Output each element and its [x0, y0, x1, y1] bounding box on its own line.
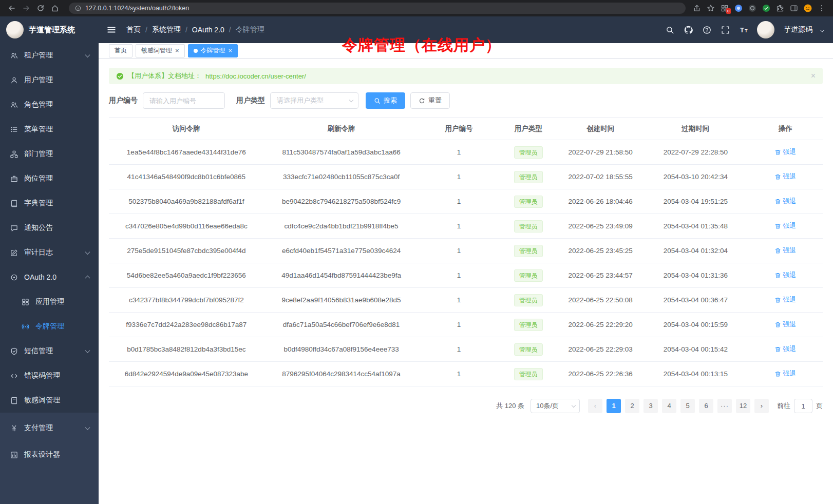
error-code-icon [10, 372, 18, 380]
close-icon[interactable]: × [175, 47, 179, 54]
app-logo[interactable]: 芋道管理系统 [0, 16, 99, 43]
user-type-cell: 管理员 [499, 362, 558, 386]
user-type-cell: 管理员 [499, 165, 558, 189]
created-time-cell: 2022-06-26 18:04:46 [558, 189, 643, 214]
column-header: 创建时间 [558, 118, 643, 140]
pay-icon [10, 424, 18, 432]
user-type-tag: 管理员 [514, 245, 543, 257]
puzzle-icon[interactable] [776, 4, 784, 12]
breadcrumb: 首页/系统管理/OAuth 2.0/令牌管理 [126, 25, 264, 34]
sidebar-item-敏感词管理[interactable]: 敏感词管理 [0, 388, 99, 413]
sidebar-item-错误码管理[interactable]: 错误码管理 [0, 363, 99, 388]
delete-icon [774, 223, 781, 229]
tab-敏感词管理[interactable]: 敏感词管理× [136, 44, 185, 57]
chevron-down-icon[interactable] [820, 28, 824, 32]
next-page-button[interactable]: › [754, 399, 769, 413]
search-icon[interactable] [665, 25, 675, 35]
font-size-icon[interactable]: TT [739, 25, 749, 35]
user-type-tag: 管理员 [514, 294, 543, 306]
tab-首页[interactable]: 首页 [109, 44, 132, 57]
force-logout-button[interactable]: 强退 [774, 147, 796, 157]
back-icon[interactable] [5, 2, 18, 15]
page-button-2[interactable]: 2 [625, 399, 639, 413]
force-logout-button[interactable]: 强退 [774, 369, 796, 378]
sidebar-item-通知公告[interactable]: 通知公告 [0, 216, 99, 240]
prev-page-button[interactable]: ‹ [588, 399, 602, 413]
refresh-token-cell: cdfc4ce9c2da4bb1bdf21b9918ff4be5 [264, 214, 419, 239]
blue-extension-icon[interactable] [734, 4, 743, 12]
profile-avatar[interactable] [804, 4, 812, 12]
sidebar-item-字典管理[interactable]: 字典管理 [0, 191, 99, 216]
fullscreen-icon[interactable] [720, 25, 730, 35]
red-annotation: 令牌管理（在线用户） [342, 35, 501, 56]
user-id-input[interactable] [143, 92, 225, 109]
reset-button[interactable]: 重置 [410, 92, 450, 109]
force-logout-button[interactable]: 强退 [774, 270, 796, 280]
reload-icon[interactable] [34, 2, 47, 15]
sidebar-item-令牌管理[interactable]: 令牌管理 [0, 314, 99, 339]
hamburger-icon[interactable] [107, 25, 116, 34]
force-logout-button[interactable]: 强退 [774, 172, 796, 181]
sidebar-item-审计日志[interactable]: 审计日志 [0, 240, 99, 265]
chevron-down-icon [85, 425, 90, 430]
user-type-select[interactable]: 请选择用户类型 [270, 92, 358, 109]
page-button-3[interactable]: 3 [643, 399, 658, 413]
home-icon[interactable] [48, 2, 62, 15]
close-icon[interactable]: × [229, 47, 233, 54]
user-id-cell: 1 [419, 239, 499, 263]
page-button-4[interactable]: 4 [662, 399, 676, 413]
sidebar-item-应用管理[interactable]: 应用管理 [0, 289, 99, 314]
username[interactable]: 芋道源码 [784, 25, 812, 34]
force-logout-button[interactable]: 强退 [774, 246, 796, 255]
breadcrumb-item[interactable]: OAuth 2.0 [192, 26, 224, 34]
close-icon[interactable]: × [811, 71, 816, 81]
doc-link[interactable]: https://doc.iocoder.cn/user-center/ [205, 72, 306, 80]
page-button-12[interactable]: 12 [736, 399, 750, 413]
oauth-icon [10, 274, 18, 281]
forward-icon[interactable] [20, 2, 33, 15]
sidebar-item-角色管理[interactable]: 角色管理 [0, 92, 99, 117]
sidebar-item-短信管理[interactable]: 短信管理 [0, 339, 99, 363]
report-icon [10, 451, 18, 459]
star-icon[interactable] [707, 4, 715, 12]
page-button-6[interactable]: 6 [699, 399, 713, 413]
green-extension-icon[interactable] [762, 4, 770, 12]
breadcrumb-item[interactable]: 系统管理 [152, 25, 181, 34]
force-logout-button[interactable]: 强退 [774, 320, 796, 329]
page-button-5[interactable]: 5 [680, 399, 695, 413]
search-button[interactable]: 搜索 [366, 92, 405, 109]
sidebar-item-部门管理[interactable]: 部门管理 [0, 142, 99, 166]
page-size-select[interactable]: 10条/页 [531, 399, 580, 413]
breadcrumb-item[interactable]: 首页 [126, 25, 141, 34]
github-icon[interactable] [683, 25, 693, 35]
info-icon[interactable] [75, 5, 81, 11]
sidebar-item-岗位管理[interactable]: 岗位管理 [0, 166, 99, 191]
sidebar-item-OAuth 2.0[interactable]: OAuth 2.0 [0, 265, 99, 289]
extension-icon[interactable]: 0 [721, 4, 729, 12]
force-logout-button[interactable]: 强退 [774, 197, 796, 206]
force-logout-button[interactable]: 强退 [774, 221, 796, 230]
side-panel-icon[interactable] [790, 4, 798, 12]
question-icon[interactable] [702, 25, 712, 35]
sidebar-item-支付管理[interactable]: 支付管理 [0, 415, 99, 441]
sidebar-item-菜单管理[interactable]: 菜单管理 [0, 117, 99, 142]
sidebar-item-用户管理[interactable]: 用户管理 [0, 68, 99, 92]
table-row: 502375b8040a469a9b82188afdf6af1fbe90422b… [109, 189, 823, 214]
dark-extension-icon[interactable] [748, 4, 756, 12]
page-button-1[interactable]: 1 [607, 399, 621, 413]
share-icon[interactable] [693, 4, 701, 12]
delete-icon [774, 346, 781, 353]
chevron-up-icon [85, 276, 90, 281]
user-avatar[interactable] [757, 21, 774, 38]
goto-page-input[interactable] [794, 399, 812, 413]
user-type-tag: 管理员 [514, 269, 543, 282]
sidebar-item-报表设计器[interactable]: 报表设计器 [0, 441, 99, 468]
url-bar[interactable]: 127.0.0.1:1024/system/oauth2/token [69, 3, 686, 14]
tab-令牌管理[interactable]: 令牌管理× [188, 44, 238, 57]
force-logout-button[interactable]: 强退 [774, 295, 796, 304]
force-logout-button[interactable]: 强退 [774, 344, 796, 354]
created-time-cell: 2022-06-25 23:44:57 [558, 263, 643, 288]
kebab-menu-icon[interactable] [818, 4, 826, 12]
sidebar-item-租户管理[interactable]: 租户管理 [0, 43, 99, 68]
pager-more-button[interactable]: ··· [717, 399, 732, 413]
